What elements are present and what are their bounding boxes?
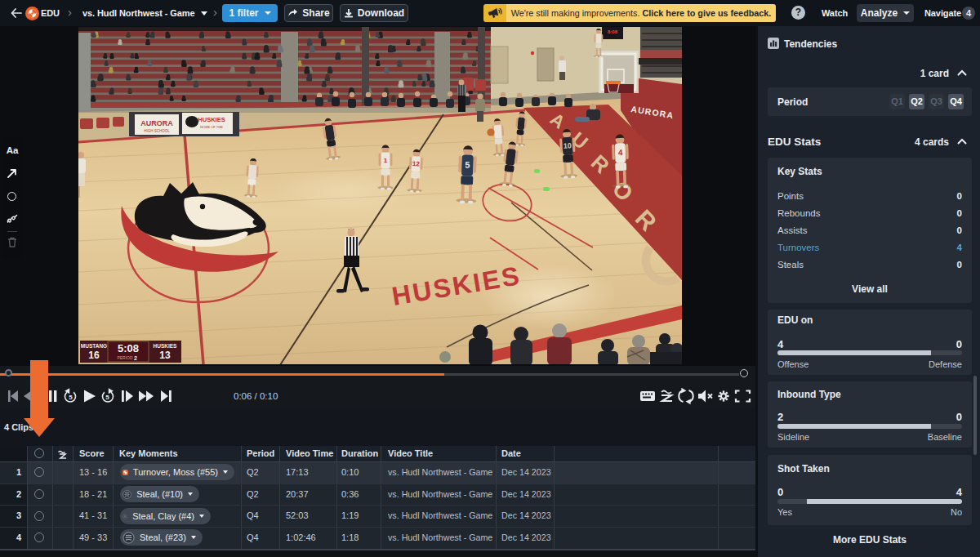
svg-text:13: 13 [159,350,171,361]
svg-text:5: 5 [465,159,470,169]
svg-text:4: 4 [618,148,623,157]
svg-text:HIGH SCHOOL: HIGH SCHOOL [144,129,170,133]
svg-text:5: 5 [105,394,109,401]
svg-text:1: 1 [384,157,388,164]
svg-text:8:08: 8:08 [608,29,618,34]
svg-text:PERIOD: PERIOD [117,355,133,360]
svg-text:2: 2 [134,355,137,361]
svg-text:12: 12 [412,160,421,167]
svg-text:HUSKIES: HUSKIES [154,343,178,349]
svg-text:0:06 / 0:10: 0:06 / 0:10 [234,391,278,401]
svg-text:5:08: 5:08 [118,342,139,354]
svg-text:HUSKIES: HUSKIES [198,116,225,123]
svg-text:5: 5 [69,394,73,401]
svg-text:16: 16 [88,350,100,361]
svg-text:HOME OF THE: HOME OF THE [200,125,223,129]
svg-text:10: 10 [563,141,572,150]
svg-text:AURORA: AURORA [140,119,173,127]
svg-text:MUSTANG: MUSTANG [81,343,107,349]
